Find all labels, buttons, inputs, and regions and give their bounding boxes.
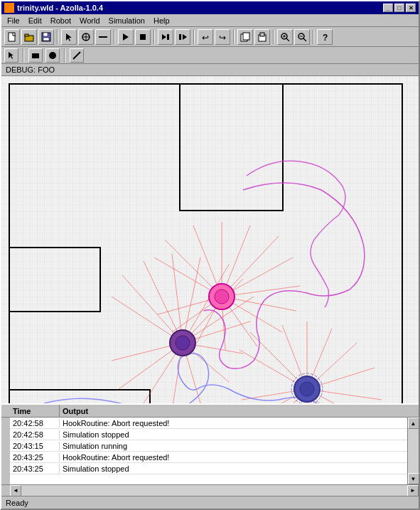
debug-bar: DEBUG: FOO xyxy=(1,64,419,76)
toolbar-move-button[interactable] xyxy=(78,29,94,45)
tool-line[interactable] xyxy=(70,48,84,63)
menubar: File Edit Robot World Simulation Help xyxy=(1,14,419,27)
menu-robot[interactable]: Robot xyxy=(46,16,75,26)
svg-line-28 xyxy=(303,38,306,41)
log-rows[interactable]: 20:42:58HookRoutine: Abort requested!20:… xyxy=(10,418,407,484)
log-row-time: 20:43:25 xyxy=(10,453,60,462)
log-hscrollbar[interactable]: ◄ ► xyxy=(1,484,419,496)
svg-rect-32 xyxy=(32,53,39,58)
titlebar-buttons: _ □ ✕ xyxy=(383,4,416,12)
hscroll-left-button[interactable]: ◄ xyxy=(10,485,21,496)
log-row-time: 20:43:15 xyxy=(10,442,60,450)
vscroll-down-button[interactable]: ▼ xyxy=(408,473,419,484)
toolbar-open-button[interactable] xyxy=(21,29,37,45)
log-row-output: HookRoutine: Abort requested! xyxy=(60,419,407,427)
toolbar-help-button[interactable]: ? xyxy=(317,29,333,45)
toolbar-redo-button[interactable]: ↪ xyxy=(215,29,230,45)
toolbar-zoomout-button[interactable] xyxy=(294,29,310,45)
log-output-header: Output xyxy=(60,407,407,415)
svg-rect-20 xyxy=(243,33,249,40)
hscroll-track[interactable] xyxy=(21,485,407,496)
main-window: trinity.wld - Azolla-1.0.4 _ □ ✕ File Ed… xyxy=(0,0,420,510)
log-row: 20:42:58HookRoutine: Abort requested! xyxy=(10,418,407,429)
log-row-time: 20:42:58 xyxy=(10,419,60,427)
svg-marker-6 xyxy=(66,33,72,41)
titlebar-title: trinity.wld - Azolla-1.0.4 xyxy=(4,3,103,13)
menu-file[interactable]: File xyxy=(3,16,24,26)
svg-text:?: ? xyxy=(323,33,328,42)
toolbar-undo-button[interactable]: ↩ xyxy=(198,29,213,45)
statusbar: Ready xyxy=(1,496,419,509)
toolbar-drawing xyxy=(1,47,419,64)
toolbar-sep-5 xyxy=(233,30,235,44)
menu-world[interactable]: World xyxy=(75,16,104,26)
toolbar-wall-button[interactable] xyxy=(95,29,111,45)
toolbar-save-button[interactable] xyxy=(38,29,54,45)
svg-line-24 xyxy=(286,38,289,41)
tool-circle-fill[interactable] xyxy=(45,48,60,63)
tool-sep-2 xyxy=(64,48,65,63)
svg-marker-16 xyxy=(183,34,187,40)
log-row-time: 20:43:25 xyxy=(10,464,60,473)
svg-rect-22 xyxy=(260,33,264,36)
toolbar-sep-7 xyxy=(313,30,314,44)
log-row: 20:43:25Simulation stopped xyxy=(10,463,407,474)
toolbar-forward-button[interactable] xyxy=(158,29,173,45)
simulation-canvas[interactable] xyxy=(1,76,419,403)
debug-text: DEBUG: FOO xyxy=(6,65,55,74)
svg-rect-45 xyxy=(9,247,101,248)
svg-rect-41 xyxy=(402,83,403,403)
log-panel: Time Output 20:42:58HookRoutine: Abort r… xyxy=(1,403,419,496)
menu-simulation[interactable]: Simulation xyxy=(104,16,149,26)
log-row-output: Simulation stopped xyxy=(60,464,407,473)
svg-rect-49 xyxy=(149,389,151,403)
log-vscrollbar[interactable]: ▲ ▼ xyxy=(407,418,419,484)
svg-line-34 xyxy=(73,52,80,59)
toolbar-select-button[interactable] xyxy=(61,29,77,45)
log-row: 20:43:25HookRoutine: Abort requested! xyxy=(10,452,407,463)
svg-rect-38 xyxy=(9,83,403,85)
toolbar-sep-4 xyxy=(193,30,195,44)
svg-rect-10 xyxy=(99,36,107,38)
toolbar-sep-1 xyxy=(57,30,58,44)
svg-rect-14 xyxy=(167,34,169,40)
toolbar-stop-button[interactable] xyxy=(135,29,151,45)
svg-rect-46 xyxy=(9,311,101,312)
close-button[interactable]: ✕ xyxy=(406,4,416,12)
svg-rect-5 xyxy=(43,38,49,41)
toolbar-step-button[interactable] xyxy=(175,29,190,45)
tool-sep-1 xyxy=(23,48,24,63)
svg-rect-44 xyxy=(179,210,284,211)
tool-rect-fill[interactable] xyxy=(28,48,43,63)
toolbar-new-button[interactable] xyxy=(4,29,20,45)
vscroll-up-button[interactable]: ▲ xyxy=(408,418,419,429)
log-row-time: 20:42:58 xyxy=(10,430,60,439)
menu-help[interactable]: Help xyxy=(149,16,174,26)
menu-edit[interactable]: Edit xyxy=(24,16,46,26)
toolbar-sep-6 xyxy=(273,30,274,44)
svg-rect-15 xyxy=(179,34,181,40)
minimize-button[interactable]: _ xyxy=(383,4,393,12)
svg-point-98 xyxy=(215,289,229,304)
svg-rect-47 xyxy=(99,247,101,312)
svg-text:↩: ↩ xyxy=(202,33,209,42)
svg-point-100 xyxy=(176,336,190,350)
log-row: 20:43:15Simulation running xyxy=(10,440,407,452)
toolbar-zoomin-button[interactable] xyxy=(277,29,293,45)
vscroll-track[interactable] xyxy=(408,429,419,473)
toolbar-paste-button[interactable] xyxy=(254,29,270,45)
svg-text:↪: ↪ xyxy=(219,33,226,42)
svg-rect-48 xyxy=(9,389,151,391)
hscroll-right-button[interactable]: ► xyxy=(407,485,419,496)
toolbar-play-button[interactable] xyxy=(118,29,134,45)
tool-pointer[interactable] xyxy=(4,48,18,63)
toolbar-sep-2 xyxy=(114,30,115,44)
toolbar-copy-button[interactable] xyxy=(237,29,253,45)
maximize-button[interactable]: □ xyxy=(394,4,404,12)
log-row-output: HookRoutine: Abort requested! xyxy=(60,453,407,462)
window-title: trinity.wld - Azolla-1.0.4 xyxy=(17,4,103,12)
status-text: Ready xyxy=(6,499,28,507)
app-icon xyxy=(4,3,14,13)
svg-marker-31 xyxy=(9,52,14,59)
svg-marker-13 xyxy=(162,34,166,40)
